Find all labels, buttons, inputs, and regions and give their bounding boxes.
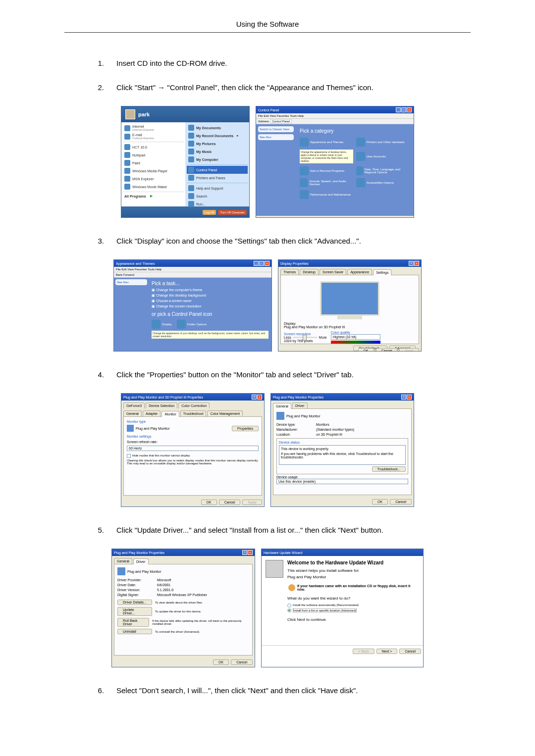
properties-button[interactable]: Properties	[232, 426, 259, 431]
close-icon[interactable]: ×	[265, 261, 269, 266]
tab-driver[interactable]: Driver	[292, 403, 308, 408]
start-item[interactable]: MSN Explorer	[123, 175, 184, 183]
cancel-button[interactable]: Cancel	[376, 348, 398, 352]
side-switch-link[interactable]: Switch to Classic View	[258, 126, 294, 132]
category-item[interactable]: Accessibility Options	[356, 178, 410, 187]
tab-troubleshoot[interactable]: Troubleshoot	[180, 410, 207, 416]
start-item[interactable]: My Recent Documents▸	[187, 132, 248, 140]
category-item[interactable]: User Accounts	[356, 150, 410, 163]
task-link[interactable]: ▣ Change the desktop background	[152, 294, 268, 298]
logoff-button[interactable]: Log Off	[203, 210, 216, 215]
category-appearance[interactable]: Appearance and Themes	[300, 138, 353, 147]
start-item[interactable]: Run...	[187, 200, 248, 208]
task-link[interactable]: ▣ Change the computer's theme	[152, 288, 268, 292]
category-item[interactable]: Date, Time, Language, and Regional Optio…	[356, 166, 410, 175]
start-item[interactable]: My Pictures	[187, 140, 248, 148]
tab-general[interactable]: General	[273, 403, 291, 409]
start-item[interactable]: Windows Movie Maker	[123, 183, 184, 191]
start-item[interactable]: Printers and Faxes	[187, 174, 248, 182]
cancel-button[interactable]: Cancel	[399, 649, 421, 654]
minimize-icon[interactable]: _	[254, 261, 259, 266]
category-item[interactable]: Performance and Maintenance	[300, 190, 353, 199]
folder-options-link[interactable]: Folder Options	[177, 320, 207, 329]
next-button[interactable]: Next >	[376, 649, 397, 654]
all-programs[interactable]: All Programs▶	[123, 193, 184, 199]
start-item[interactable]: My Music	[187, 148, 248, 155]
close-icon[interactable]: ×	[407, 395, 412, 400]
maximize-icon[interactable]: □	[259, 261, 264, 266]
resolution-slider[interactable]	[293, 337, 318, 338]
quality-dropdown[interactable]: Highest (32 bit)	[331, 334, 380, 340]
start-item[interactable]: Search	[187, 192, 248, 200]
task-link[interactable]: ▣ Change the screen resolution	[152, 304, 268, 308]
username: park	[138, 111, 150, 117]
display-icon	[152, 320, 160, 329]
start-item[interactable]: Windows Media Player	[123, 167, 184, 175]
apply-button[interactable]: Apply	[242, 500, 262, 505]
minimize-icon[interactable]: _	[396, 107, 401, 112]
category-item[interactable]: Sounds, Speech, and Audio Devices	[300, 178, 353, 187]
start-item[interactable]: Notepad	[123, 151, 184, 159]
recent-icon	[188, 133, 194, 139]
task-link[interactable]: ▣ Choose a screen saver	[152, 299, 268, 303]
tab-adapter[interactable]: Adapter	[143, 410, 161, 416]
hidemodes-checkbox[interactable]	[127, 454, 131, 458]
step-text: Click the "Properties" button on the "Mo…	[116, 369, 471, 381]
tab-desktop[interactable]: Desktop	[300, 269, 319, 275]
start-item-controlpanel[interactable]: Control Panel	[187, 166, 248, 174]
apply-button[interactable]: Apply	[399, 348, 419, 352]
tab-themes[interactable]: Themes	[280, 269, 299, 275]
ok-button[interactable]: OK	[213, 659, 229, 665]
window-title: Plug and Play Monitor Properties	[114, 551, 164, 554]
tab-general[interactable]: General	[123, 410, 142, 416]
tab-settings[interactable]: Settings	[373, 269, 391, 275]
help-icon[interactable]: ?	[409, 261, 414, 266]
monitor-name: Plug and Play Monitor	[136, 427, 169, 430]
category-item[interactable]: Printers and Other Hardware	[356, 138, 410, 147]
close-icon[interactable]: ×	[257, 395, 262, 400]
close-icon[interactable]: ×	[414, 261, 419, 266]
start-item[interactable]: E-mailOutlook Express	[123, 132, 184, 141]
ok-button[interactable]: OK	[372, 499, 388, 504]
opt-auto-radio[interactable]	[287, 604, 291, 607]
tab-screensaver[interactable]: Screen Saver	[320, 269, 346, 275]
start-item[interactable]: HCT 10.0	[123, 143, 184, 151]
tab-driver[interactable]: Driver	[133, 558, 149, 564]
side-seealso: See Also	[115, 279, 147, 285]
tab-item[interactable]: Device Selection	[146, 403, 177, 408]
tab-appearance[interactable]: Appearance	[347, 269, 372, 275]
driver-details-button[interactable]: Driver Details...	[117, 600, 152, 605]
help-icon[interactable]: ?	[242, 550, 247, 555]
cancel-button[interactable]: Cancel	[390, 499, 412, 504]
tab-monitor[interactable]: Monitor	[161, 411, 179, 417]
start-item[interactable]: InternetInternet Explorer	[123, 124, 184, 132]
help-icon[interactable]: ?	[252, 395, 257, 400]
tab-item[interactable]: GeForce3	[123, 403, 145, 408]
maximize-icon[interactable]: □	[401, 107, 406, 112]
category-item[interactable]: Add or Remove Programs	[300, 166, 353, 175]
opt-list-radio[interactable]	[287, 608, 291, 612]
usage-dropdown[interactable]: Use this device (enable)	[276, 479, 408, 484]
tab-general[interactable]: General	[114, 558, 132, 564]
tab-item[interactable]: Color Correction	[178, 403, 210, 408]
ok-button[interactable]: OK	[201, 500, 217, 505]
display-icon-link[interactable]: Display	[152, 320, 172, 329]
cancel-button[interactable]: Cancel	[219, 500, 241, 505]
uninstall-button[interactable]: Uninstall	[117, 629, 152, 634]
tab-colormgmt[interactable]: Color Management	[207, 410, 243, 416]
close-icon[interactable]: ×	[248, 550, 253, 555]
start-item[interactable]: Help and Support	[187, 184, 248, 192]
refresh-dropdown[interactable]: 60 Hertz	[127, 446, 259, 451]
back-button[interactable]: < Back	[353, 649, 374, 654]
ok-button[interactable]: OK	[358, 348, 374, 352]
troubleshoot-button[interactable]: Troubleshoot...	[372, 466, 406, 472]
start-item[interactable]: My Documents	[187, 124, 248, 132]
update-driver-button[interactable]: Update Driver...	[117, 607, 152, 616]
rollback-driver-button[interactable]: Roll Back Driver	[117, 618, 149, 627]
close-icon[interactable]: ×	[407, 107, 412, 112]
start-item[interactable]: Paint	[123, 159, 184, 167]
start-item[interactable]: My Computer	[187, 155, 248, 163]
turnoff-button[interactable]: Turn Off Computer	[218, 210, 247, 215]
cancel-button[interactable]: Cancel	[231, 659, 253, 665]
help-icon[interactable]: ?	[401, 395, 406, 400]
